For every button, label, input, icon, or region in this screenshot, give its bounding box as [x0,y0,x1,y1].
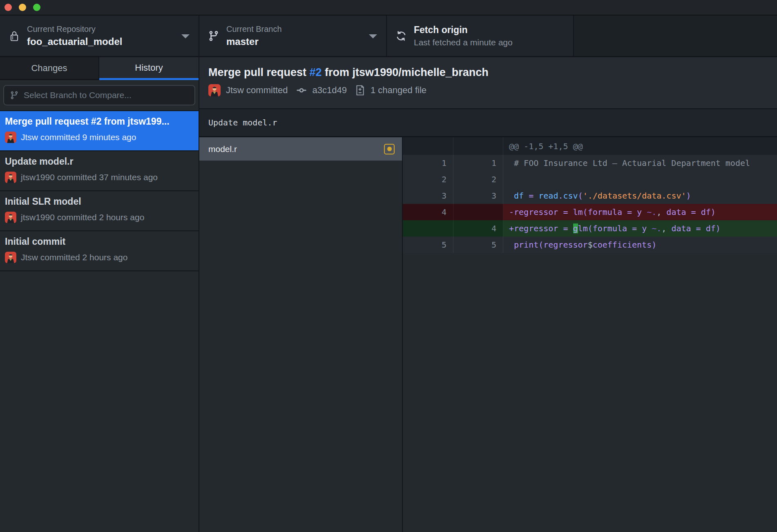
commit-meta: jtsw1990 committed 2 hours ago [21,212,144,222]
diff-new-line-number [453,137,503,155]
commit-meta: Jtsw committed 2 hours ago [21,253,127,262]
branch-name: master [226,36,282,47]
diff-row: 4 -regressor = lm(formula = y ~., data =… [403,204,777,220]
diff-code-line: +regressor = glm(formula = y ~., data = … [503,220,777,237]
avatar [208,84,221,96]
commit-detail-title: Merge pull request #2 from jtsw1990/mich… [208,57,777,79]
commit-list-item[interactable]: Initial SLR model jtsw1990 committed 2 h… [0,191,199,231]
code-token [534,191,538,201]
sidebar-tabs: Changes History [0,57,199,80]
commit-detail-meta: Jtsw committed a3c1d49 1 changed file [208,84,777,96]
diff-old-line-number: 1 [403,155,453,171]
toolbar: Current Repository foo_actuarial_model C… [0,16,777,57]
changed-files-count: 1 changed file [371,85,426,96]
history-sidebar: Changes History Select Branch to Compare… [0,57,199,532]
pr-number-link[interactable]: #2 [310,66,322,78]
commit-title: Merge pull request #2 from jtsw199... [5,116,194,127]
code-token: ( [578,191,583,201]
tab-history[interactable]: History [99,57,199,80]
tab-changes[interactable]: Changes [0,57,99,80]
code-token: , [661,224,666,233]
toolbar-empty-area [574,16,777,56]
zoom-window-button[interactable] [33,4,40,11]
close-window-button[interactable] [4,4,12,11]
avatar [5,212,16,223]
user-avatar-graphic [5,252,16,263]
current-repository-button[interactable]: Current Repository foo_actuarial_model [0,16,199,56]
diff-viewer: @@ -1,5 +1,5 @@ 1 1 # FOO Insurance Ltd … [403,137,777,532]
file-list-item[interactable]: model.r [199,137,402,161]
diff-new-line-number [453,204,503,220]
commit-author: Jtsw committed [226,85,288,96]
code-token: lm(formula = y [578,224,652,233]
code-token: . [558,191,563,201]
code-token: , [656,207,661,217]
sync-icon [394,30,408,42]
diff-new-line-number: 3 [453,188,503,204]
code-token: g [573,224,578,233]
code-token: coefficients) [593,240,657,250]
user-avatar-graphic [208,84,221,96]
modified-square-dot-icon [384,144,395,154]
lock-icon [7,29,21,42]
minimize-window-button[interactable] [19,4,26,11]
avatar [5,172,16,183]
diff-new-line-number: 5 [453,237,503,253]
changed-files-list: model.r [199,137,403,532]
diff-old-line-number: 3 [403,188,453,204]
diff-file-icon [355,84,365,96]
code-token: # FOO Insurance Ltd – Actuarial Departme… [509,158,750,168]
commit-detail-panel: Merge pull request #2 from jtsw1990/mich… [199,57,777,532]
commit-list-item[interactable]: Initial commit Jtsw committed 2 hours ag… [0,231,199,271]
commit-list-item[interactable]: Update model.r jtsw1990 committed 37 min… [0,151,199,191]
diff-code-line: # FOO Insurance Ltd – Actuarial Departme… [503,155,777,171]
chevron-down-icon [181,34,190,38]
repository-name: foo_actuarial_model [27,36,122,47]
diff-new-line-number: 2 [453,171,503,188]
code-token [524,191,529,201]
commit-description: Update model.r [199,109,777,137]
window-titlebar [0,0,777,16]
commit-sha: a3c1d49 [313,85,347,96]
diff-old-line-number: 5 [403,237,453,253]
code-token: +regressor = [509,224,573,233]
code-token: data = df) [661,207,715,217]
diff-old-line-number: 2 [403,171,453,188]
diff-code-line: -regressor = lm(formula = y ~., data = d… [503,204,777,220]
diff-row: 1 1 # FOO Insurance Ltd – Actuarial Depa… [403,155,777,171]
title-text: Merge pull request [208,66,310,78]
fetch-origin-button[interactable]: Fetch origin Last fetched a minute ago [387,16,574,56]
diff-row: @@ -1,5 +1,5 @@ [403,137,777,155]
diff-code-line [503,171,777,188]
code-token: data = df) [666,224,720,233]
compare-branch-row: Select Branch to Compare... [0,80,199,110]
code-token: './datasets/data.csv' [583,191,686,201]
diff-old-line-number: 4 [403,204,453,220]
commit-title: Initial commit [5,236,194,247]
user-avatar-graphic [5,212,16,223]
diff-old-line-number [403,137,453,155]
code-token: ~. [647,207,656,217]
diff-old-line-number [403,220,453,237]
title-text: from jtsw1990/michelle_branch [322,66,489,78]
code-token: csv [563,191,578,201]
diff-new-line-number: 1 [453,155,503,171]
current-branch-button[interactable]: Current Branch master [199,16,387,56]
github-desktop-window: { "window": { "traffic_lights": [ { "nam… [0,0,777,532]
commit-title: Initial SLR model [5,196,194,207]
branch-label: Current Branch [226,25,282,34]
commit-meta: Jtsw committed 9 minutes ago [21,132,136,142]
code-token: ) [686,191,691,201]
code-token: df [514,191,524,201]
compare-branch-input[interactable]: Select Branch to Compare... [3,85,195,105]
fetch-origin-label: Fetch origin [414,25,513,36]
compare-branch-placeholder: Select Branch to Compare... [24,90,132,100]
code-token: $ [588,240,593,250]
commit-list-item[interactable]: Merge pull request #2 from jtsw199... Jt… [0,111,199,151]
commit-title: Update model.r [5,156,194,167]
diff-row: 2 2 [403,171,777,188]
diff-row: 3 3 df = read.csv('./datasets/data.csv') [403,188,777,204]
commit-list: Merge pull request #2 from jtsw199... Jt… [0,110,199,271]
chevron-down-icon [369,34,377,38]
diff-new-line-number: 4 [453,220,503,237]
